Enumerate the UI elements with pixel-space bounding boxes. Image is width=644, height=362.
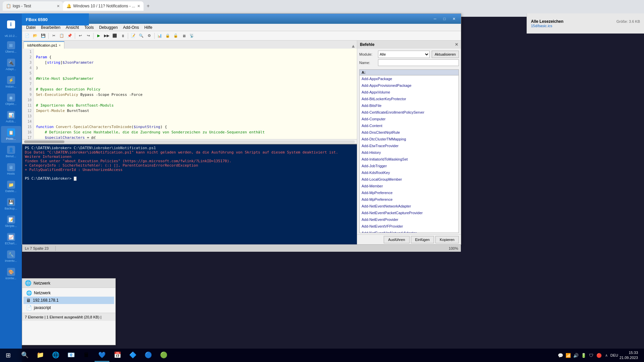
taskbar-outlook[interactable]: 📅 — [110, 349, 125, 362]
einfuegen-button[interactable]: Einfügen — [411, 236, 434, 243]
toolbar-open[interactable]: 📂 — [32, 32, 39, 40]
toolbar-new[interactable]: 📄 — [23, 32, 31, 40]
toolbar-find[interactable]: 🔍 — [138, 32, 145, 40]
toolbar-copy[interactable]: 📋 — [58, 32, 65, 40]
iobroker-tray-icon[interactable]: 🔴 — [596, 353, 602, 358]
sidebar-item-counter[interactable]: 📊 Aufzä... — [1, 109, 21, 125]
sidebar-item-hosts[interactable]: 🖥 Hosts — [1, 161, 21, 178]
hscroll-thumb[interactable] — [24, 140, 64, 143]
cmd-item-17[interactable]: Add-Member — [360, 183, 459, 189]
ise-minimize-btn[interactable]: ─ — [431, 15, 439, 22]
toolbar-save[interactable]: 💾 — [40, 32, 47, 40]
cmd-item-7[interactable]: Add-Computer — [360, 116, 459, 122]
security-icon[interactable]: 🛡 — [588, 353, 595, 358]
cmd-item-11[interactable]: Add-EtwTraceProvider — [360, 142, 459, 149]
cmd-item-1[interactable]: Add-AppxPackage — [360, 75, 459, 82]
ise-maximize-btn[interactable]: □ — [440, 15, 449, 22]
sidebar-item-icontw[interactable]: 🎨 icontw... — [1, 265, 21, 282]
menu-debuggen[interactable]: Debuggen — [96, 24, 120, 31]
cmd-item-13[interactable]: Add-InitiatorIdToMaskingSet — [360, 156, 459, 163]
start-button[interactable]: ⊞ — [0, 349, 16, 362]
toolbar-run[interactable]: ▶ — [95, 32, 102, 40]
editor-tab-close[interactable]: × — [59, 44, 61, 47]
ausfuehren-button[interactable]: Ausführen — [384, 236, 409, 243]
sidebar-item-adapter[interactable]: 🔌 Adapt... — [1, 56, 21, 73]
cmd-item-14[interactable]: Add-JobTrigger — [360, 163, 459, 169]
toolbar-extra1[interactable]: 📊 — [156, 32, 163, 40]
show-desktop-btn[interactable] — [639, 349, 641, 362]
sidebar-item-overview[interactable]: ⊞ Übersi... — [1, 39, 21, 56]
cmd-item-20[interactable]: Add-NetEventNetworkAdapter — [360, 203, 459, 209]
network-status-icon[interactable]: 📶 — [565, 353, 572, 358]
chat-icon[interactable]: 💬 — [557, 353, 564, 358]
taskbar-powershell[interactable]: 💙 — [95, 349, 109, 362]
new-tab-button[interactable]: + — [144, 1, 153, 11]
toolbar-undo[interactable]: ↩ — [76, 32, 84, 40]
sidebar-item-files[interactable]: 📁 Datele... — [1, 178, 21, 195]
name-input[interactable] — [378, 59, 459, 66]
code-content-area[interactable]: Param { [string]$JsonParameter ) #Write-… — [34, 49, 357, 139]
tab2-close[interactable]: ✕ — [137, 4, 140, 8]
ise-close-btn[interactable]: ✕ — [449, 15, 458, 22]
editor-scroll-up[interactable]: ▲ — [351, 43, 356, 49]
toolbar-extra3[interactable]: 🔓 — [172, 32, 179, 40]
taskbar-calc[interactable]: 🖩 — [79, 349, 94, 362]
sidebar-item-echarts[interactable]: 📈 EChart... — [1, 231, 21, 247]
toolbar-cut[interactable]: ✂ — [50, 32, 57, 40]
cmd-item-6[interactable]: Add-CertificateEnrollmentPolicyServer — [360, 109, 459, 116]
sidebar-item-objects[interactable]: ◉ Objekt... — [1, 91, 21, 108]
cmd-item-16[interactable]: Add-LocalGroupMember — [360, 176, 459, 183]
volume-icon[interactable]: 🔊 — [573, 353, 579, 358]
toolbar-redo[interactable]: ↪ — [85, 32, 92, 40]
code-editor[interactable]: 1 2 3 4 5 6 7 8 9 10 11 12 13 14 15 16 1 — [22, 49, 357, 139]
commands-list[interactable]: A: Add-AppxPackage Add-AppxProvisionedPa… — [359, 69, 459, 233]
fe-item-network[interactable]: 🌐 Netzwerk — [23, 289, 114, 297]
cmd-item-23[interactable]: Add-NetEventVFProvider — [360, 223, 459, 230]
cmd-item-4[interactable]: Add-BitLockerKeyProtector — [360, 96, 459, 102]
toolbar-extra4[interactable]: 🖥 — [180, 32, 187, 40]
browser-tab-2[interactable]: 🔔 Windows 10 / 11? Notifications - ... ✕ — [63, 1, 144, 11]
cmd-item-5[interactable]: Add-BitsFile — [360, 102, 459, 109]
toolbar-stop[interactable]: ⬛ — [111, 32, 118, 40]
menu-hilfe[interactable]: Hilfe — [142, 24, 155, 31]
ise-hscrollbar[interactable] — [22, 139, 357, 144]
update-button[interactable]: Aktualisieren — [432, 51, 459, 58]
cmd-item-9[interactable]: Add-DnsClientNrptRule — [360, 129, 459, 136]
sidebar-item-instances[interactable]: ⚡ Instan... — [1, 74, 21, 90]
cmd-item-3[interactable]: Add-AppxVolume — [360, 89, 459, 96]
sidebar-logo[interactable]: i — [1, 16, 21, 33]
fe-item-javascript[interactable]: 📄 javascript — [23, 304, 114, 311]
module-select[interactable]: Alle — [378, 51, 430, 58]
taskbar-mail[interactable]: 📧 — [64, 349, 78, 362]
taskbar-extra[interactable]: 🟢 — [156, 349, 171, 362]
commands-close-btn[interactable]: ✕ — [455, 42, 458, 47]
ise-terminal[interactable]: PS C:\DATEN\iobroker> C:\DATEN\iobroker\… — [22, 144, 357, 244]
fe-item-ip[interactable]: 🖥 192.168.178.1 — [23, 297, 114, 304]
sidebar-item-protocol[interactable]: 📋 Proto... — [1, 126, 21, 143]
taskbar-chrome[interactable]: 🔵 — [141, 349, 156, 362]
cmd-item-8[interactable]: Add-Content — [360, 122, 459, 129]
link-label[interactable]: 15d/basic.ics — [531, 24, 640, 28]
toolbar-settings[interactable]: ⚙ — [146, 32, 153, 40]
kopieren-button[interactable]: Kopieren — [435, 236, 459, 243]
browser-tab-1[interactable]: 📋 logs - Test ✕ — [3, 1, 63, 11]
menu-addons[interactable]: Add-Ons — [120, 24, 142, 31]
cmd-item-19[interactable]: Add-MpPreference — [360, 196, 459, 203]
cmd-item-24[interactable]: Add-NetEventVmNetworkAdapter — [360, 230, 459, 233]
cmd-item-15[interactable]: Add-KdsRootKey — [360, 169, 459, 176]
cmd-item-2[interactable]: Add-AppxProvisionedPackage — [360, 82, 459, 89]
taskbar-clock[interactable]: 15:33 21.09.2023 — [620, 350, 638, 361]
cmd-item-12[interactable]: Add-History — [360, 149, 459, 156]
cmd-item-22[interactable]: Add-NetEventProvider — [360, 216, 459, 223]
sidebar-item-scripts[interactable]: 📝 Skripte... — [1, 213, 21, 230]
taskbar-browser[interactable]: 🌐 — [48, 349, 63, 362]
cmd-item-10[interactable]: Add-DtcClusterTMMapping — [360, 136, 459, 142]
toolbar-snippet[interactable]: 📝 — [129, 32, 137, 40]
toolbar-extra5[interactable]: 📡 — [188, 32, 196, 40]
toolbar-extra2[interactable]: 🔒 — [164, 32, 171, 40]
sidebar-item-inventv[interactable]: 🔧 inventv... — [1, 248, 21, 265]
toolbar-debug[interactable]: ⏸ — [119, 32, 126, 40]
cmd-item-18[interactable]: Add-MpPreference — [360, 189, 459, 196]
toolbar-paste[interactable]: 📌 — [66, 32, 73, 40]
hscroll-track[interactable] — [24, 140, 355, 143]
